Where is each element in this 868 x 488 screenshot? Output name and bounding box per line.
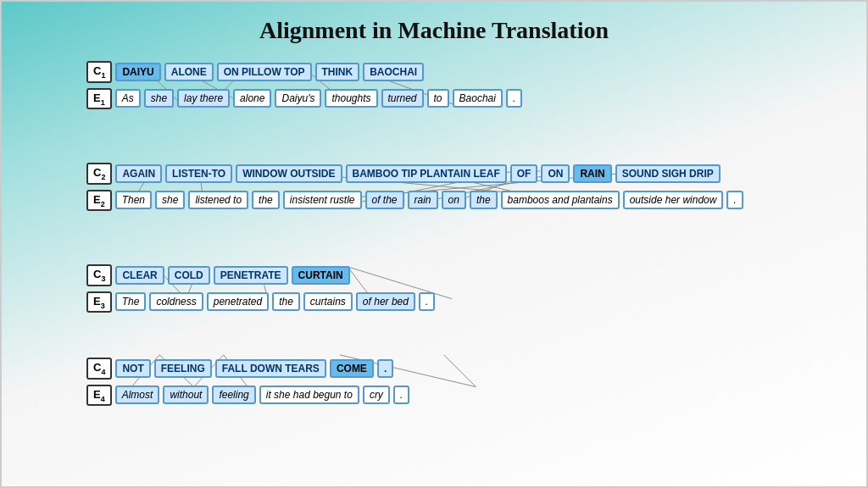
e2-token-listenedto: listened to — [188, 191, 248, 209]
e3-token-the: The — [115, 292, 147, 311]
e4-token-without: without — [163, 385, 209, 404]
c1-token-baochai: BAOCHAI — [363, 63, 424, 81]
e1-token-turned: turned — [381, 89, 424, 108]
e2-token-ofthe: of the — [365, 191, 404, 209]
c2-token-listento: LISTEN-TO — [165, 164, 232, 183]
e4-row: E4 Almost without feeling it she had beg… — [86, 385, 849, 407]
e3-token-ofherbed: of her bed — [356, 292, 415, 311]
c4-label: C4 — [86, 358, 112, 380]
c4-row: C4 NOT FEELING FALL DOWN TEARS COME . — [86, 358, 849, 380]
e1-token-alone: alone — [233, 89, 271, 108]
e3-token-curtains: curtains — [303, 292, 353, 311]
content-area: C1 DAIYU ALONE ON PILLOW TOP THINK BAOCH… — [86, 61, 849, 469]
e1-token-as: As — [115, 89, 141, 108]
c3-token-penetrate: PENETRATE — [214, 266, 288, 285]
e1-token-daiyus: Daiyu's — [275, 89, 321, 108]
e4-token-almost: Almost — [115, 385, 160, 404]
e4-token-itshehad: it she had begun to — [259, 385, 359, 404]
c3-label: C3 — [86, 264, 112, 286]
e2-token-rain: rain — [408, 191, 438, 209]
e1-token-period: . — [506, 89, 522, 108]
c2-token-again: AGAIN — [115, 164, 162, 183]
c4-token-period: . — [377, 359, 393, 378]
e1-row: E1 As she lay there alone Daiyu's though… — [86, 88, 849, 110]
e3-label: E3 — [86, 291, 112, 313]
c1-token-daiyu: DAIYU — [115, 63, 160, 81]
c4-token-not: NOT — [115, 359, 150, 378]
c2-token-rain: RAIN — [573, 164, 611, 183]
slide-title: Alignment in Machine Translation — [2, 2, 866, 53]
e1-token-thoughts: thoughts — [325, 89, 377, 108]
e1-token-laythere: lay there — [177, 89, 230, 108]
c4-token-feeling: FEELING — [154, 359, 212, 378]
group1: C1 DAIYU ALONE ON PILLOW TOP THINK BAOCH… — [86, 61, 849, 109]
e4-token-period: . — [393, 385, 409, 404]
e4-label: E4 — [86, 385, 112, 407]
e1-token-baochai: Baochai — [453, 89, 503, 108]
c2-label: C2 — [86, 163, 112, 185]
e3-token-coldness: coldness — [149, 292, 203, 311]
e2-token-period: . — [726, 191, 743, 209]
e2-label: E2 — [86, 190, 112, 212]
c1-label: C1 — [86, 61, 112, 83]
c2-row: C2 AGAIN LISTEN-TO WINDOW OUTSIDE BAMBOO… — [86, 163, 849, 185]
e2-token-on: on — [442, 191, 466, 209]
c2-token-windowoutside: WINDOW OUTSIDE — [236, 164, 342, 183]
c3-token-curtain: CURTAIN — [292, 266, 350, 285]
e3-row: E3 The coldness penetrated the curtains … — [86, 291, 849, 313]
e3-token-penetrated: penetrated — [207, 292, 269, 311]
e2-token-the2: the — [470, 191, 498, 209]
group2: C2 AGAIN LISTEN-TO WINDOW OUTSIDE BAMBOO… — [86, 163, 849, 211]
c4-token-come: COME — [330, 359, 374, 378]
c1-token-onpillowtop: ON PILLOW TOP — [217, 63, 312, 81]
c1-token-think: THINK — [315, 63, 360, 81]
slide: Alignment in Machine Translation — [0, 0, 868, 488]
e3-token-the2: the — [272, 292, 300, 311]
e2-row: E2 Then she listened to the insistent ru… — [86, 190, 849, 212]
e1-token-to: to — [427, 89, 449, 108]
group3: C3 CLEAR COLD PENETRATE CURTAIN E3 The c… — [86, 264, 849, 313]
e1-token-she: she — [144, 89, 174, 108]
c2-token-soundsighdrip: SOUND SIGH DRIP — [615, 164, 721, 183]
e2-token-bamboosplantains: bamboos and plantains — [501, 191, 620, 209]
c1-row: C1 DAIYU ALONE ON PILLOW TOP THINK BAOCH… — [86, 61, 849, 83]
e2-token-outsideherwindow: outside her window — [623, 191, 724, 209]
c1-token-alone: ALONE — [164, 63, 214, 81]
c3-token-clear: CLEAR — [115, 266, 164, 285]
c4-token-falldowntears: FALL DOWN TEARS — [215, 359, 326, 378]
group4: C4 NOT FEELING FALL DOWN TEARS COME . E4… — [86, 358, 849, 406]
e2-token-then: Then — [115, 191, 152, 209]
e4-token-feeling: feeling — [212, 385, 255, 404]
e3-token-period: . — [419, 292, 435, 311]
e4-token-cry: cry — [363, 385, 390, 404]
c3-token-cold: COLD — [168, 266, 210, 285]
e2-token-she: she — [155, 191, 185, 209]
c2-token-on: ON — [541, 164, 570, 183]
c2-token-of: OF — [510, 164, 538, 183]
e2-token-insistentrustle: insistent rustle — [283, 191, 362, 209]
e2-token-the: the — [252, 191, 280, 209]
c2-token-bambooleaf: BAMBOO TIP PLANTAIN LEAF — [346, 164, 507, 183]
e1-label: E1 — [86, 88, 112, 110]
c3-row: C3 CLEAR COLD PENETRATE CURTAIN — [86, 264, 849, 286]
